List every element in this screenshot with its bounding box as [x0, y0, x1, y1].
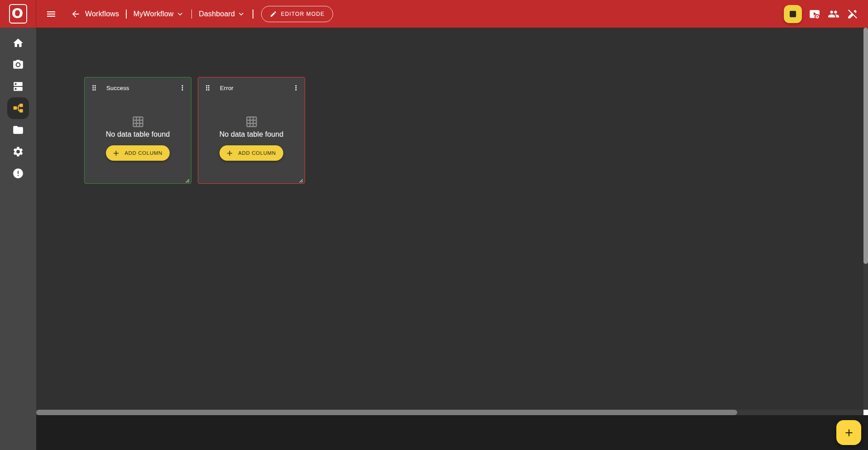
screen-capture-settings-button[interactable]: [808, 8, 821, 20]
folder-icon: [12, 124, 24, 136]
error-icon: [12, 168, 24, 179]
card-title: Error: [220, 85, 234, 91]
edit-off-icon: [847, 8, 858, 20]
grid-icon: [245, 115, 258, 128]
app-logo[interactable]: O: [0, 0, 36, 28]
resize-grip-icon: [184, 177, 190, 183]
drag-handle[interactable]: [89, 83, 99, 93]
breadcrumb-separator: [191, 10, 192, 19]
drag-indicator-icon: [204, 84, 212, 92]
stop-recording-button[interactable]: [784, 5, 802, 23]
logo-letter: O: [12, 7, 24, 20]
vertical-scrollbar-thumb[interactable]: [863, 28, 868, 264]
sidebar-item-home[interactable]: [0, 32, 36, 54]
scrollbar-corner: [863, 410, 868, 415]
top-bar: O Workflows MyWorkflow Dashboard EDITOR …: [0, 0, 868, 28]
sidebar-item-settings[interactable]: [0, 141, 36, 163]
widget-card-success: Success No data table found ADD COLUMN: [84, 77, 191, 184]
plus-icon: [843, 427, 855, 439]
plus-icon: [225, 149, 234, 158]
view-selector[interactable]: Dashboard: [199, 10, 246, 19]
chevron-down-icon: [176, 10, 185, 19]
stop-icon: [790, 11, 796, 17]
sidebar-item-camera[interactable]: [0, 54, 36, 76]
dashboard-canvas: Success No data table found ADD COLUMN: [36, 28, 863, 410]
sidebar-item-workflow[interactable]: [0, 97, 36, 119]
horizontal-scrollbar[interactable]: [36, 410, 863, 415]
camera-icon: [12, 59, 24, 71]
kebab-menu-icon: [178, 84, 186, 92]
grid-icon: [132, 115, 144, 128]
card-title: Success: [106, 85, 129, 91]
editor-mode-button[interactable]: EDITOR MODE: [261, 6, 334, 22]
sidebar: [0, 28, 36, 450]
workflow-name: MyWorkflow: [134, 10, 174, 18]
card-menu-button[interactable]: [177, 83, 187, 93]
kebab-menu-icon: [292, 84, 300, 92]
menu-button[interactable]: [45, 8, 57, 20]
pencil-icon: [270, 10, 277, 18]
empty-state-text: No data table found: [219, 130, 284, 139]
card-header: Error: [198, 77, 305, 96]
card-menu-button[interactable]: [291, 83, 301, 93]
sidebar-item-widgets[interactable]: [0, 76, 36, 97]
empty-state-text: No data table found: [106, 130, 170, 139]
back-button[interactable]: [69, 8, 82, 20]
add-column-label: ADD COLUMN: [124, 150, 162, 156]
add-column-button[interactable]: ADD COLUMN: [219, 145, 283, 161]
resize-grip-icon: [298, 177, 303, 183]
bottom-panel: [36, 415, 868, 450]
gear-icon: [12, 146, 24, 158]
view-name: Dashboard: [199, 10, 235, 18]
users-button[interactable]: [827, 8, 840, 20]
add-column-label: ADD COLUMN: [238, 150, 276, 156]
breadcrumb-separator: [253, 10, 253, 19]
card-empty-state: No data table found ADD COLUMN: [198, 96, 305, 183]
resize-handle[interactable]: [298, 177, 303, 182]
resize-handle[interactable]: [184, 177, 190, 182]
add-column-button[interactable]: ADD COLUMN: [106, 145, 169, 161]
hamburger-icon: [46, 9, 57, 19]
app-window: O Workflows MyWorkflow Dashboard EDITOR …: [0, 0, 868, 450]
drag-indicator-icon: [90, 84, 98, 92]
horizontal-scrollbar-thumb[interactable]: [36, 410, 737, 415]
workflow-selector[interactable]: MyWorkflow: [134, 10, 185, 19]
card-empty-state: No data table found ADD COLUMN: [85, 96, 191, 183]
people-icon: [828, 8, 839, 20]
logo-frame-icon: O: [9, 4, 27, 24]
sidebar-item-alerts[interactable]: [0, 163, 36, 184]
topbar-actions: [784, 5, 859, 23]
plus-icon: [112, 149, 120, 158]
editor-mode-label: EDITOR MODE: [281, 11, 325, 17]
breadcrumb-separator: [126, 10, 127, 19]
drag-handle[interactable]: [203, 83, 213, 93]
widget-card-error: Error No data table found ADD COLUMN: [198, 77, 305, 184]
home-icon: [12, 37, 24, 49]
chevron-down-icon: [237, 10, 246, 19]
active-item-highlight: [7, 97, 29, 119]
arrow-back-icon: [71, 9, 81, 19]
dns-icon: [12, 81, 24, 92]
exit-editor-button[interactable]: [846, 8, 859, 20]
workflow-schema-icon: [12, 102, 24, 114]
sidebar-item-folder[interactable]: [0, 119, 36, 141]
video-settings-icon: [809, 8, 820, 20]
vertical-scrollbar[interactable]: [863, 28, 868, 410]
card-header: Success: [85, 77, 191, 96]
add-widget-fab[interactable]: [836, 420, 861, 445]
breadcrumb-workflows[interactable]: Workflows: [85, 10, 119, 18]
